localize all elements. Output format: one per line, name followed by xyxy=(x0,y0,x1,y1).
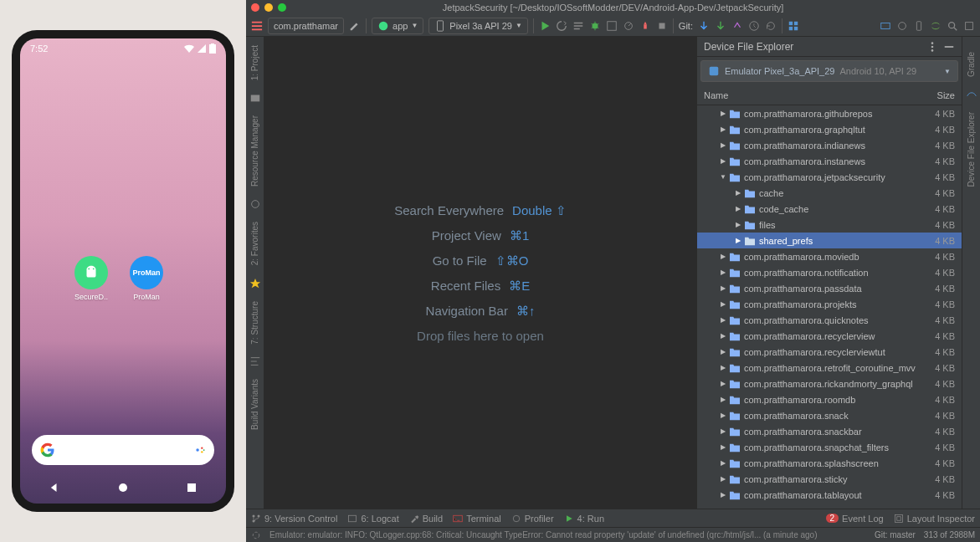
rail-structure[interactable]: 7: Structure xyxy=(250,296,259,350)
tree-row[interactable]: ▶com.pratthamarora.passdata4 KB xyxy=(697,280,962,296)
close-window-icon[interactable] xyxy=(251,3,259,12)
maximize-window-icon[interactable] xyxy=(278,3,286,12)
apply-changes-icon[interactable] xyxy=(556,20,567,32)
more-icon[interactable] xyxy=(926,41,938,53)
chevron-icon[interactable]: ▶ xyxy=(734,237,742,244)
chevron-icon[interactable]: ▶ xyxy=(719,300,727,308)
chevron-icon[interactable]: ▶ xyxy=(719,110,727,117)
avd-manager-icon[interactable] xyxy=(788,20,799,32)
module-dropdown[interactable]: app ▼ xyxy=(372,18,423,34)
git-update-icon[interactable] xyxy=(698,20,710,32)
col-name[interactable]: Name xyxy=(704,90,920,100)
edit-config-icon[interactable] xyxy=(349,20,361,32)
apply-code-icon[interactable] xyxy=(572,20,584,32)
tree-row[interactable]: ▶code_cache4 KB xyxy=(697,201,962,217)
google-search-bar[interactable] xyxy=(32,435,214,465)
rail-build-variants[interactable]: Build Variants xyxy=(250,374,259,435)
chevron-icon[interactable]: ▶ xyxy=(734,221,742,228)
nav-home-icon[interactable] xyxy=(115,479,131,496)
run-config-dropdown[interactable]: com.pratthamar xyxy=(268,18,344,34)
chevron-icon[interactable]: ▶ xyxy=(719,253,727,260)
chevron-icon[interactable]: ▶ xyxy=(719,141,727,149)
chevron-icon[interactable]: ▶ xyxy=(719,364,727,371)
tab-logcat[interactable]: 6: Logcat xyxy=(347,514,398,524)
tab-terminal[interactable]: Terminal xyxy=(453,514,501,524)
app-proman[interactable]: ProMan ProMan xyxy=(126,256,167,301)
tree-row[interactable]: ▶com.pratthamarora.moviedb4 KB xyxy=(697,248,962,264)
chevron-icon[interactable]: ▶ xyxy=(719,475,727,483)
git-rollback-icon[interactable] xyxy=(765,20,777,32)
stop-icon[interactable] xyxy=(656,20,668,32)
tree-row[interactable]: ▶com.pratthamarora.instanews4 KB xyxy=(697,153,962,169)
profile-icon[interactable] xyxy=(623,20,634,32)
tree-row[interactable]: ▶cache4 KB xyxy=(697,185,962,201)
file-tree[interactable]: ▶com.pratthamarora.githubrepos4 KB▶com.p… xyxy=(697,105,962,509)
git-history-icon[interactable] xyxy=(748,20,760,32)
minimize-panel-icon[interactable] xyxy=(943,41,955,53)
tree-row[interactable]: ▶files4 KB xyxy=(697,217,962,233)
chevron-icon[interactable]: ▶ xyxy=(719,284,727,292)
tree-row[interactable]: ▶com.pratthamarora.githubrepos4 KB xyxy=(697,105,962,121)
attach-debugger-icon[interactable] xyxy=(639,20,651,32)
settings-icon[interactable] xyxy=(963,20,975,32)
tree-row[interactable]: ▶com.pratthamarora.projekts4 KB xyxy=(697,296,962,312)
tree-row[interactable]: ▶com.pratthamarora.recyclerviewtut4 KB xyxy=(697,344,962,360)
chevron-icon[interactable]: ▶ xyxy=(734,189,742,197)
chevron-icon[interactable]: ▶ xyxy=(719,427,727,435)
tab-build[interactable]: Build xyxy=(409,514,443,524)
tree-row[interactable]: ▶com.pratthamarora.recyclerview4 KB xyxy=(697,328,962,344)
tree-row[interactable]: ▶com.pratthamarora.snapchat_filters4 KB xyxy=(697,439,962,455)
menu-icon[interactable] xyxy=(251,20,263,32)
tree-row[interactable]: ▶com.pratthamarora.tablayout4 KB xyxy=(697,487,962,503)
phone-screen[interactable]: 7:52 SecureD.. ProMan ProMan xyxy=(20,38,226,504)
run-icon[interactable] xyxy=(539,20,551,32)
chevron-icon[interactable]: ▶ xyxy=(719,443,727,451)
tree-row[interactable]: ▶com.pratthamarora.roomdb4 KB xyxy=(697,391,962,407)
chevron-icon[interactable]: ▶ xyxy=(719,125,727,133)
tab-profiler[interactable]: Profiler xyxy=(511,514,554,524)
chevron-icon[interactable]: ▶ xyxy=(719,396,727,403)
git-commit-icon[interactable] xyxy=(715,20,726,32)
tab-run[interactable]: 4: Run xyxy=(564,514,604,524)
tree-row[interactable]: ▶com.pratthamarora.splashscreen4 KB xyxy=(697,455,962,471)
chevron-icon[interactable]: ▶ xyxy=(719,459,727,467)
chevron-icon[interactable]: ▶ xyxy=(719,412,727,419)
col-size[interactable]: Size xyxy=(920,90,955,100)
nav-back-icon[interactable] xyxy=(46,479,63,496)
chevron-icon[interactable]: ▶ xyxy=(719,348,727,355)
emulator-icon[interactable] xyxy=(913,20,925,32)
git-push-icon[interactable] xyxy=(731,20,743,32)
device-select-dropdown[interactable]: Emulator Pixel_3a_API_29 Android 10, API… xyxy=(700,60,958,82)
tree-row[interactable]: ▶shared_prefs4 KB xyxy=(697,233,962,248)
rail-gradle[interactable]: Gradle xyxy=(967,47,976,82)
resource-manager-icon[interactable] xyxy=(896,20,908,32)
tree-row[interactable]: ▶com.pratthamarora.retrofit_coroutine_mv… xyxy=(697,360,962,376)
tree-row[interactable]: ▶com.pratthamarora.notification4 KB xyxy=(697,264,962,280)
nav-recents-icon[interactable] xyxy=(183,479,200,496)
chevron-icon[interactable]: ▼ xyxy=(719,173,727,181)
coverage-icon[interactable] xyxy=(606,20,618,32)
tree-row[interactable]: ▶com.pratthamarora.sticky4 KB xyxy=(697,471,962,487)
chevron-icon[interactable]: ▶ xyxy=(719,332,727,340)
status-git[interactable]: Git: master xyxy=(875,530,916,539)
device-dropdown[interactable]: Pixel 3a API 29 ▼ xyxy=(428,18,528,34)
tree-row[interactable]: ▶com.pratthamarora.graphqltut4 KB xyxy=(697,121,962,137)
chevron-icon[interactable]: ▶ xyxy=(719,157,727,165)
tree-row[interactable]: ▶com.pratthamarora.snack4 KB xyxy=(697,407,962,423)
tree-row[interactable]: ▶com.pratthamarora.snackbar4 KB xyxy=(697,423,962,439)
search-icon[interactable] xyxy=(947,20,958,32)
chevron-icon[interactable]: ▶ xyxy=(719,380,727,387)
app-secured[interactable]: SecureD.. xyxy=(70,256,112,301)
rail-device-file-explorer[interactable]: Device File Explorer xyxy=(967,107,976,192)
rail-project[interactable]: 1: Project xyxy=(250,40,259,85)
chevron-icon[interactable]: ▶ xyxy=(719,491,727,499)
minimize-window-icon[interactable] xyxy=(264,3,273,12)
tab-event-log[interactable]: 2Event Log xyxy=(826,514,884,524)
chevron-icon[interactable]: ▶ xyxy=(734,205,742,212)
debug-icon[interactable] xyxy=(589,20,601,32)
tree-row[interactable]: ▼com.pratthamarora.jetpacksecurity4 KB xyxy=(697,169,962,185)
chevron-icon[interactable]: ▶ xyxy=(719,268,727,276)
tree-row[interactable]: ▶com.pratthamarora.indianews4 KB xyxy=(697,137,962,153)
tree-row[interactable]: ▶com.pratthamarora.quicknotes4 KB xyxy=(697,312,962,328)
tab-version-control[interactable]: 9: Version Control xyxy=(251,514,337,524)
